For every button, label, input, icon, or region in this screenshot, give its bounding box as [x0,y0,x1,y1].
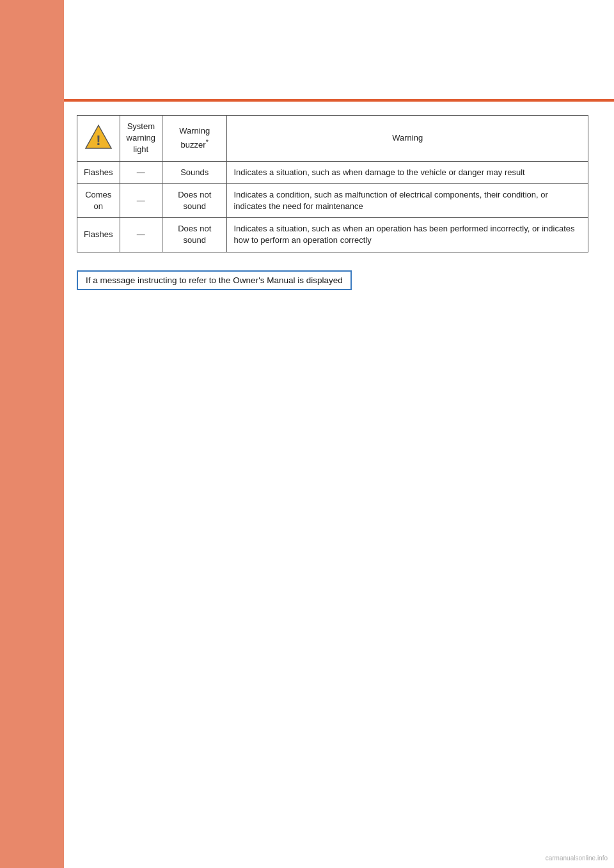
row1-col1: Flashes [77,161,120,183]
table-header-warning: Warning [227,116,588,162]
row2-col1: Comes on [77,183,120,217]
table-row: Flashes — Sounds Indicates a situation, … [77,161,588,183]
warning-table: ! System warning light Warning buzzer* W… [77,115,588,252]
table-row: Comes on — Does not sound Indicates a co… [77,183,588,217]
row1-col2: — [120,161,162,183]
table-header-buzzer: Warning buzzer* [162,116,227,162]
row3-col1: Flashes [77,218,120,252]
callout-box: If a message instructing to refer to the… [77,270,352,290]
row3-col3: Does not sound [162,218,227,252]
top-accent-line [64,99,614,102]
svg-text:!: ! [96,132,100,148]
main-content: ! System warning light Warning buzzer* W… [77,115,588,290]
warning-icon: ! [84,123,113,151]
row1-col3: Sounds [162,161,227,183]
callout-text: If a message instructing to refer to the… [86,275,343,285]
row2-col2: — [120,183,162,217]
sidebar [0,0,64,868]
row1-col4: Indicates a situation, such as when dama… [227,161,588,183]
row3-col2: — [120,218,162,252]
row2-col4: Indicates a condition, such as malfuncti… [227,183,588,217]
row2-col3: Does not sound [162,183,227,217]
watermark: carmanualsonline.info [546,855,608,862]
table-row: Flashes — Does not sound Indicates a sit… [77,218,588,252]
table-header-system-warning: System warning light [120,116,162,162]
table-header-icon: ! [77,116,120,162]
row3-col4: Indicates a situation, such as when an o… [227,218,588,252]
